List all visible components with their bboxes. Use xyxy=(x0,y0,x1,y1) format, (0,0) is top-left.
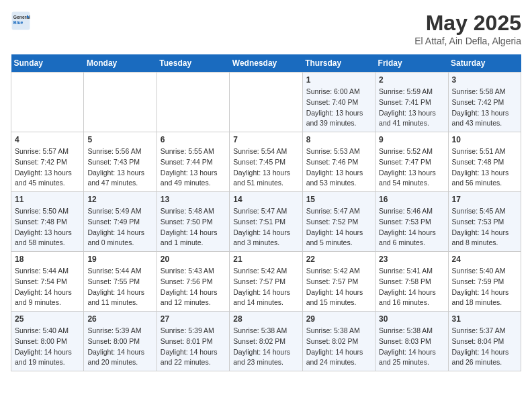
calendar-cell: 20Sunrise: 5:43 AMSunset: 7:56 PMDayligh… xyxy=(157,252,229,312)
calendar-cell: 22Sunrise: 5:42 AMSunset: 7:57 PMDayligh… xyxy=(302,252,375,312)
page-header: General Blue May 2025 El Attaf, Ain Defl… xyxy=(11,11,521,46)
logo-icon: General Blue xyxy=(11,11,31,31)
day-number: 31 xyxy=(452,314,517,324)
calendar-cell: 1Sunrise: 6:00 AMSunset: 7:40 PMDaylight… xyxy=(302,73,375,132)
calendar-cell xyxy=(157,73,229,132)
day-info: Sunrise: 5:39 AMSunset: 8:01 PMDaylight:… xyxy=(161,326,226,368)
day-info: Sunrise: 5:53 AMSunset: 7:46 PMDaylight:… xyxy=(306,146,371,189)
day-number: 15 xyxy=(306,195,371,204)
logo: General Blue xyxy=(11,11,31,31)
header-wednesday: Wednesday xyxy=(230,54,302,73)
day-info: Sunrise: 5:38 AMSunset: 8:02 PMDaylight:… xyxy=(233,326,298,368)
calendar-cell: 26Sunrise: 5:39 AMSunset: 8:00 PMDayligh… xyxy=(84,312,157,371)
calendar-cell: 11Sunrise: 5:50 AMSunset: 7:48 PMDayligh… xyxy=(11,192,84,252)
day-info: Sunrise: 5:57 AMSunset: 7:42 PMDaylight:… xyxy=(15,146,80,189)
day-number: 16 xyxy=(379,195,444,204)
day-info: Sunrise: 5:43 AMSunset: 7:56 PMDaylight:… xyxy=(161,266,226,308)
day-number: 3 xyxy=(452,75,517,85)
day-info: Sunrise: 5:41 AMSunset: 7:58 PMDaylight:… xyxy=(379,266,444,308)
day-info: Sunrise: 5:40 AMSunset: 8:00 PMDaylight:… xyxy=(15,326,80,368)
day-info: Sunrise: 5:40 AMSunset: 7:59 PMDaylight:… xyxy=(452,266,517,308)
calendar-cell: 2Sunrise: 5:59 AMSunset: 7:41 PMDaylight… xyxy=(375,73,448,132)
day-number: 12 xyxy=(87,195,152,204)
day-info: Sunrise: 5:38 AMSunset: 8:03 PMDaylight:… xyxy=(379,326,444,368)
calendar-week-2: 4Sunrise: 5:57 AMSunset: 7:42 PMDaylight… xyxy=(11,132,521,192)
day-info: Sunrise: 5:48 AMSunset: 7:50 PMDaylight:… xyxy=(161,206,226,248)
calendar-cell: 16Sunrise: 5:46 AMSunset: 7:53 PMDayligh… xyxy=(375,192,448,252)
day-number: 7 xyxy=(233,135,298,144)
calendar-cell: 10Sunrise: 5:51 AMSunset: 7:48 PMDayligh… xyxy=(448,132,521,192)
day-info: Sunrise: 5:44 AMSunset: 7:54 PMDaylight:… xyxy=(15,266,80,308)
calendar-cell: 3Sunrise: 5:58 AMSunset: 7:42 PMDaylight… xyxy=(448,73,521,132)
day-number: 17 xyxy=(452,195,517,204)
day-info: Sunrise: 5:37 AMSunset: 8:04 PMDaylight:… xyxy=(452,326,517,368)
calendar-cell: 23Sunrise: 5:41 AMSunset: 7:58 PMDayligh… xyxy=(375,252,448,312)
day-info: Sunrise: 5:47 AMSunset: 7:51 PMDaylight:… xyxy=(233,206,298,248)
day-number: 25 xyxy=(15,314,80,324)
calendar-cell: 29Sunrise: 5:38 AMSunset: 8:02 PMDayligh… xyxy=(302,312,375,371)
day-number: 27 xyxy=(161,314,226,324)
calendar-cell: 7Sunrise: 5:54 AMSunset: 7:45 PMDaylight… xyxy=(230,132,302,192)
title-block: May 2025 El Attaf, Ain Defla, Algeria xyxy=(414,11,521,46)
calendar-cell: 30Sunrise: 5:38 AMSunset: 8:03 PMDayligh… xyxy=(375,312,448,371)
day-number: 24 xyxy=(452,255,517,264)
calendar-header-row: SundayMondayTuesdayWednesdayThursdayFrid… xyxy=(11,54,521,73)
day-info: Sunrise: 6:00 AMSunset: 7:40 PMDaylight:… xyxy=(306,87,371,129)
day-number: 19 xyxy=(87,255,152,264)
day-info: Sunrise: 5:44 AMSunset: 7:55 PMDaylight:… xyxy=(87,266,152,308)
day-number: 1 xyxy=(306,75,371,85)
day-info: Sunrise: 5:56 AMSunset: 7:43 PMDaylight:… xyxy=(87,146,152,189)
day-number: 20 xyxy=(161,255,226,264)
day-info: Sunrise: 5:45 AMSunset: 7:53 PMDaylight:… xyxy=(452,206,517,248)
calendar-subtitle: El Attaf, Ain Defla, Algeria xyxy=(414,36,521,46)
calendar-cell xyxy=(84,73,157,132)
calendar-cell: 5Sunrise: 5:56 AMSunset: 7:43 PMDaylight… xyxy=(84,132,157,192)
day-number: 29 xyxy=(306,314,371,324)
day-number: 28 xyxy=(233,314,298,324)
calendar-cell: 31Sunrise: 5:37 AMSunset: 8:04 PMDayligh… xyxy=(448,312,521,371)
header-tuesday: Tuesday xyxy=(157,54,229,73)
calendar-cell: 19Sunrise: 5:44 AMSunset: 7:55 PMDayligh… xyxy=(84,252,157,312)
header-sunday: Sunday xyxy=(11,54,84,73)
header-monday: Monday xyxy=(84,54,157,73)
day-number: 8 xyxy=(306,135,371,144)
header-saturday: Saturday xyxy=(448,54,521,73)
day-info: Sunrise: 5:51 AMSunset: 7:48 PMDaylight:… xyxy=(452,146,517,189)
calendar-week-1: 1Sunrise: 6:00 AMSunset: 7:40 PMDaylight… xyxy=(11,73,521,132)
day-info: Sunrise: 5:54 AMSunset: 7:45 PMDaylight:… xyxy=(233,146,298,189)
calendar-cell: 25Sunrise: 5:40 AMSunset: 8:00 PMDayligh… xyxy=(11,312,84,371)
day-number: 26 xyxy=(87,314,152,324)
calendar-cell: 6Sunrise: 5:55 AMSunset: 7:44 PMDaylight… xyxy=(157,132,229,192)
calendar-cell xyxy=(11,73,84,132)
calendar-title: May 2025 xyxy=(414,11,521,36)
day-info: Sunrise: 5:46 AMSunset: 7:53 PMDaylight:… xyxy=(379,206,444,248)
day-number: 9 xyxy=(379,135,444,144)
calendar-cell: 24Sunrise: 5:40 AMSunset: 7:59 PMDayligh… xyxy=(448,252,521,312)
day-info: Sunrise: 5:50 AMSunset: 7:48 PMDaylight:… xyxy=(15,206,80,248)
day-number: 5 xyxy=(87,135,152,144)
day-number: 10 xyxy=(452,135,517,144)
day-number: 30 xyxy=(379,314,444,324)
calendar-cell: 28Sunrise: 5:38 AMSunset: 8:02 PMDayligh… xyxy=(230,312,302,371)
day-number: 13 xyxy=(161,195,226,204)
calendar-cell: 15Sunrise: 5:47 AMSunset: 7:52 PMDayligh… xyxy=(302,192,375,252)
header-thursday: Thursday xyxy=(302,54,375,73)
calendar-week-5: 25Sunrise: 5:40 AMSunset: 8:00 PMDayligh… xyxy=(11,312,521,371)
day-number: 14 xyxy=(233,195,298,204)
day-number: 23 xyxy=(379,255,444,264)
calendar-week-3: 11Sunrise: 5:50 AMSunset: 7:48 PMDayligh… xyxy=(11,192,521,252)
day-info: Sunrise: 5:59 AMSunset: 7:41 PMDaylight:… xyxy=(379,87,444,129)
calendar-cell: 18Sunrise: 5:44 AMSunset: 7:54 PMDayligh… xyxy=(11,252,84,312)
day-info: Sunrise: 5:52 AMSunset: 7:47 PMDaylight:… xyxy=(379,146,444,189)
day-info: Sunrise: 5:49 AMSunset: 7:49 PMDaylight:… xyxy=(87,206,152,248)
calendar-cell: 8Sunrise: 5:53 AMSunset: 7:46 PMDaylight… xyxy=(302,132,375,192)
calendar-cell xyxy=(230,73,302,132)
svg-text:Blue: Blue xyxy=(13,20,24,25)
day-info: Sunrise: 5:42 AMSunset: 7:57 PMDaylight:… xyxy=(233,266,298,308)
calendar-cell: 13Sunrise: 5:48 AMSunset: 7:50 PMDayligh… xyxy=(157,192,229,252)
calendar-week-4: 18Sunrise: 5:44 AMSunset: 7:54 PMDayligh… xyxy=(11,252,521,312)
day-number: 6 xyxy=(161,135,226,144)
day-number: 11 xyxy=(15,195,80,204)
calendar-cell: 4Sunrise: 5:57 AMSunset: 7:42 PMDaylight… xyxy=(11,132,84,192)
day-info: Sunrise: 5:39 AMSunset: 8:00 PMDaylight:… xyxy=(87,326,152,368)
